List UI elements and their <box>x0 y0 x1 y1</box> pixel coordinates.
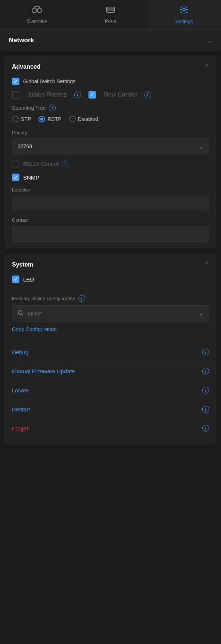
spanning-tree-label: Spanning Tree <box>12 105 46 111</box>
led-row[interactable]: LED <box>12 276 209 283</box>
settings-icon <box>180 5 189 16</box>
ports-icon <box>106 6 115 16</box>
priority-select-wrapper: 32768 4096 8192 16384 24576 28672 ⌄ <box>12 139 209 154</box>
flow-control-label: Flow Control <box>103 91 137 98</box>
jumbo-frames-info-icon[interactable]: i <box>74 91 81 98</box>
select-dropdown[interactable]: Select ⌄ <box>12 305 209 321</box>
rstp-label: RSTP <box>47 116 61 122</box>
debug-info-icon[interactable]: i <box>202 349 209 355</box>
rstp-radio-circle <box>38 116 45 122</box>
locate-label: Locate <box>12 387 29 393</box>
manual-firmware-label: Manual Firmware Update <box>12 368 75 374</box>
overview-icon <box>32 6 42 16</box>
restart-action[interactable]: Restart i <box>12 400 209 419</box>
nav-settings[interactable]: Settings <box>147 0 221 29</box>
advanced-chevron[interactable]: ⌃ <box>204 63 209 70</box>
network-title: Network <box>9 37 34 44</box>
nav-settings-label: Settings <box>175 19 193 24</box>
existing-config-label-row: Existing Device Configuration i <box>12 295 209 302</box>
system-chevron[interactable]: ⌃ <box>204 261 209 268</box>
system-section: System ⌃ LED Existing Device Configurati… <box>4 253 217 445</box>
priority-label: Priority <box>12 130 209 136</box>
jumbo-frames-label: Jumbo Frames <box>27 91 67 98</box>
action-items-list: Debug i Manual Firmware Update i Locate … <box>12 343 209 438</box>
priority-select[interactable]: 32768 4096 8192 16384 24576 28672 <box>12 139 209 154</box>
contact-label: Contact <box>12 217 209 223</box>
nav-overview-label: Overview <box>27 18 47 24</box>
led-checkbox[interactable] <box>12 276 19 283</box>
advanced-header: Advanced ⌃ <box>12 63 209 70</box>
stp-label: STP <box>21 116 31 122</box>
disabled-radio[interactable]: Disabled <box>69 116 98 122</box>
dot1x-info-icon[interactable]: i <box>62 161 68 167</box>
global-switch-settings-label: Global Switch Settings <box>23 78 75 84</box>
spanning-tree-info-icon[interactable]: i <box>49 105 56 111</box>
network-section-header[interactable]: Network ⌄ <box>0 30 221 51</box>
advanced-section: Advanced ⌃ Global Switch Settings Jumbo … <box>4 56 217 249</box>
location-input[interactable] <box>12 196 209 211</box>
restart-info-icon[interactable]: i <box>202 406 209 413</box>
svg-rect-6 <box>108 9 109 11</box>
copy-configuration-link[interactable]: Copy Configuration <box>12 326 57 332</box>
system-header: System ⌃ <box>12 261 209 268</box>
existing-config-text: Existing Device Configuration <box>12 296 75 301</box>
svg-point-1 <box>37 8 42 13</box>
nav-overview[interactable]: Overview <box>0 0 74 29</box>
manual-firmware-info-icon[interactable]: i <box>202 368 209 374</box>
debug-label: Debug <box>12 349 28 355</box>
dot1x-label: 802.1X Control <box>23 161 58 167</box>
snmp-checkbox[interactable] <box>12 174 19 181</box>
locate-action[interactable]: Locate i <box>12 381 209 400</box>
select-chevron: ⌄ <box>199 310 203 317</box>
disabled-radio-circle <box>69 116 76 122</box>
top-navigation: Overview Ports Settings <box>0 0 221 30</box>
spanning-tree-options: STP RSTP Disabled <box>12 116 209 122</box>
network-chevron: ⌄ <box>207 37 212 44</box>
search-icon <box>18 310 24 317</box>
jumbo-flow-row: Jumbo Frames i Flow Control i <box>12 91 209 99</box>
forget-label: Forget <box>12 425 28 432</box>
rstp-radio[interactable]: RSTP <box>38 116 61 122</box>
snmp-row[interactable]: SNMP <box>12 174 209 181</box>
manual-firmware-action[interactable]: Manual Firmware Update i <box>12 362 209 381</box>
stp-radio-circle <box>12 116 19 122</box>
contact-field: Contact <box>12 217 209 242</box>
svg-point-9 <box>183 9 185 11</box>
system-title: System <box>12 261 33 268</box>
forget-action[interactable]: Forget i <box>12 419 209 438</box>
dot1x-checkbox[interactable] <box>12 160 19 168</box>
global-switch-settings-row[interactable]: Global Switch Settings <box>12 78 209 85</box>
svg-rect-8 <box>112 9 113 11</box>
flow-control-checkbox[interactable] <box>88 91 96 99</box>
svg-line-11 <box>22 314 23 315</box>
disabled-label: Disabled <box>78 116 98 122</box>
spanning-tree-row: Spanning Tree i <box>12 105 209 111</box>
advanced-title: Advanced <box>12 63 40 70</box>
stp-radio[interactable]: STP <box>12 116 31 122</box>
forget-info-icon[interactable]: i <box>202 425 209 432</box>
svg-point-0 <box>32 8 37 13</box>
global-switch-settings-checkbox[interactable] <box>12 78 19 85</box>
dot1x-row: 802.1X Control i <box>12 160 209 168</box>
locate-info-icon[interactable]: i <box>202 387 209 393</box>
location-field: Location <box>12 187 209 211</box>
snmp-label: SNMP <box>23 174 39 181</box>
select-placeholder: Select <box>27 311 195 317</box>
debug-action[interactable]: Debug i <box>12 343 209 362</box>
existing-config-info-icon[interactable]: i <box>78 295 85 302</box>
priority-field: Priority 32768 4096 8192 16384 24576 286… <box>12 130 209 154</box>
nav-ports-label: Ports <box>105 18 116 24</box>
flow-control-info-icon[interactable]: i <box>144 91 151 98</box>
restart-label: Restart <box>12 406 30 413</box>
contact-input[interactable] <box>12 226 209 242</box>
svg-rect-7 <box>110 9 111 11</box>
led-label: LED <box>23 276 34 283</box>
jumbo-frames-checkbox[interactable] <box>12 91 19 99</box>
nav-ports[interactable]: Ports <box>74 0 147 29</box>
location-label: Location <box>12 187 209 193</box>
